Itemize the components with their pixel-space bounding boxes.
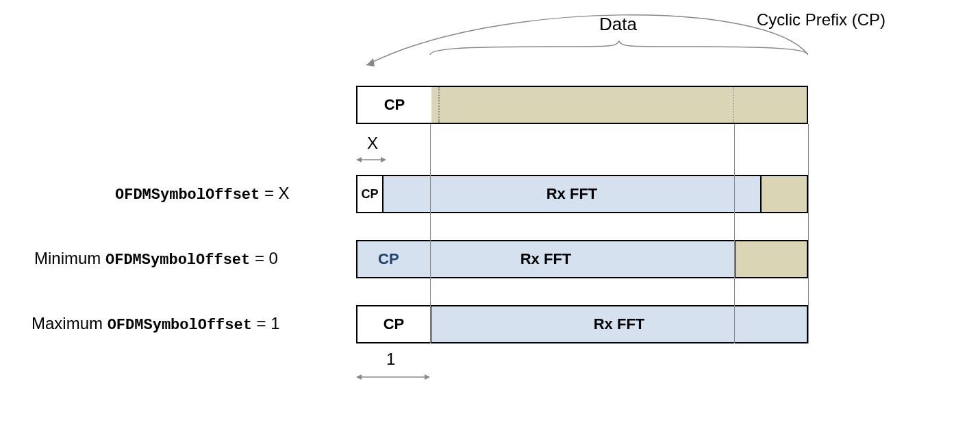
row-min-caption: Minimum OFDMSymbolOffset = 0 [34, 249, 278, 269]
svg-marker-5 [356, 374, 362, 380]
guide-line-cp-end [430, 124, 431, 343]
row-max-cp-label: CP [384, 315, 405, 333]
row-x-remainder-segment [762, 176, 807, 212]
row-x-cp-label: CP [361, 187, 378, 202]
row-min-caption-mono: OFDMSymbolOffset [105, 252, 250, 269]
row-x-caption: OFDMSymbolOffset = X [115, 184, 290, 204]
row-max-bar: CP Rx FFT [356, 305, 808, 343]
row-max-caption-mono: OFDMSymbolOffset [108, 317, 252, 334]
tx-cp-segment: CP [357, 87, 431, 123]
row-min-caption-prefix: Minimum [34, 249, 105, 267]
tx-cp-label: CP [384, 96, 405, 114]
x-marker-arrow [356, 154, 397, 165]
svg-marker-3 [381, 157, 386, 162]
row-max-caption: Maximum OFDMSymbolOffset = 1 [32, 314, 280, 334]
row-x-caption-eq: = X [260, 184, 289, 202]
tx-cp-copy-right-marker [733, 87, 734, 123]
row-x-fft-label: Rx FFT [546, 185, 598, 203]
row-min-remainder-segment [736, 241, 807, 277]
row-max-fft-segment: Rx FFT [431, 306, 807, 342]
row-max-caption-prefix: Maximum [32, 314, 108, 333]
row-min-fft-segment: CP Rx FFT [357, 241, 736, 277]
tx-symbol-bar: CP [356, 86, 808, 124]
svg-marker-6 [425, 374, 430, 380]
svg-marker-0 [366, 58, 375, 67]
guide-line-symbol-end [808, 124, 809, 343]
row-max-cp-segment: CP [357, 306, 431, 342]
row-x-fft-segment: Rx FFT [384, 176, 762, 212]
tx-data-segment [431, 87, 807, 123]
one-marker-arrow [356, 372, 438, 383]
row-x-cp-segment: CP [357, 176, 384, 212]
one-marker-label: 1 [386, 350, 395, 369]
data-brace-arc [356, 14, 808, 86]
tx-cp-copy-left-marker [438, 87, 440, 123]
row-min-bar: CP Rx FFT [356, 240, 808, 278]
row-x-caption-mono: OFDMSymbolOffset [115, 186, 260, 204]
guide-line-data-tail [734, 124, 735, 343]
row-min-cp-label: CP [378, 250, 399, 268]
svg-marker-2 [356, 157, 362, 162]
x-marker-label: X [367, 134, 378, 153]
row-max-caption-eq: = 1 [252, 314, 280, 333]
row-min-fft-label: Rx FFT [520, 250, 572, 268]
row-min-caption-eq: = 0 [250, 249, 278, 267]
row-x-bar: CP Rx FFT [356, 175, 808, 213]
row-max-fft-label: Rx FFT [594, 315, 645, 333]
